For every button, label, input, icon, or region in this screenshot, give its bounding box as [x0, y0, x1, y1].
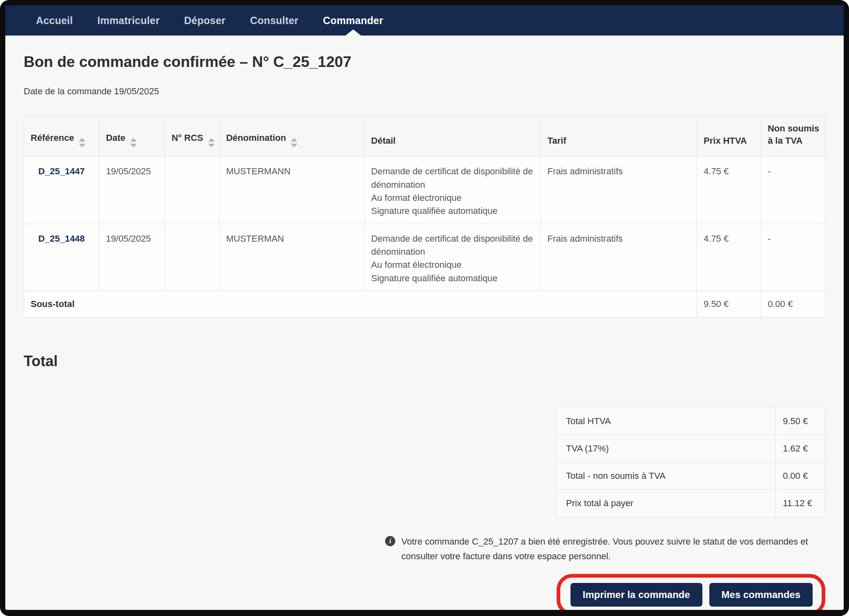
- subtotal-prix-htva: 9.50 €: [697, 291, 761, 318]
- subtotal-non-soumis: 0.00 €: [761, 291, 825, 318]
- confirmation-message-text: Votre commande C_25_1207 a bien été enre…: [401, 534, 825, 563]
- screenshot-frame: Accueil Immatriculer Déposer Consulter C…: [0, 0, 849, 616]
- totals-panel: Total HTVA 9.50 € TVA (17%) 1.62 € Total…: [556, 407, 825, 517]
- denomination-cell: MUSTERMAN: [219, 224, 364, 291]
- confirmation-message: Votre commande C_25_1207 a bien été enre…: [385, 534, 825, 563]
- active-tab-caret-icon: [345, 29, 361, 36]
- column-header-non-soumis: Non soumis à la TVA: [761, 116, 825, 157]
- date-cell: 19/05/2025: [99, 224, 165, 291]
- totals-row: Total - non soumis à TVA 0.00 €: [556, 463, 825, 490]
- totals-label: TVA (17%): [556, 435, 775, 462]
- reference-link[interactable]: D_25_1448: [38, 234, 85, 244]
- table-header-row: Référence Date N° RCS Dénomination Détai…: [24, 116, 825, 157]
- detail-line: Demande de certificat de disponibilité d…: [371, 232, 534, 259]
- print-order-button[interactable]: Imprimer la commande: [570, 583, 702, 607]
- my-orders-button[interactable]: Mes commandes: [709, 583, 813, 607]
- column-header-label: Date: [106, 133, 125, 143]
- order-lines-table: Référence Date N° RCS Dénomination Détai…: [24, 116, 825, 318]
- page-title: Bon de commande confirmée – N° C_25_1207: [24, 53, 825, 71]
- nav-item-accueil[interactable]: Accueil: [36, 5, 73, 36]
- tarif-cell: Frais administratifs: [541, 157, 697, 224]
- prix-htva-cell: 4.75 €: [697, 224, 761, 291]
- detail-line: Au format électronique: [371, 191, 534, 205]
- rcs-cell: [165, 157, 219, 224]
- nav-item-consulter[interactable]: Consulter: [250, 5, 298, 36]
- denomination-cell: MUSTERMANN: [219, 157, 364, 224]
- column-header-date[interactable]: Date: [99, 116, 165, 157]
- sort-icon[interactable]: [208, 138, 215, 147]
- info-icon: [385, 536, 395, 546]
- table-row: D_25_1447 19/05/2025 MUSTERMANN Demande …: [24, 157, 825, 224]
- detail-line: Au format électronique: [371, 258, 534, 271]
- totals-label: Total HTVA: [556, 408, 775, 435]
- rcs-cell: [165, 224, 219, 291]
- app-window: Accueil Immatriculer Déposer Consulter C…: [5, 5, 844, 610]
- detail-cell: Demande de certificat de disponibilité d…: [364, 224, 541, 291]
- detail-cell: Demande de certificat de disponibilité d…: [364, 157, 541, 224]
- table-row: D_25_1448 19/05/2025 MUSTERMAN Demande d…: [24, 224, 825, 291]
- sort-icon[interactable]: [79, 138, 85, 147]
- column-header-denomination[interactable]: Dénomination: [219, 116, 364, 157]
- column-header-label: Dénomination: [226, 133, 286, 143]
- totals-label: Prix total à payer: [556, 490, 775, 517]
- sort-icon[interactable]: [291, 138, 297, 147]
- column-header-reference[interactable]: Référence: [24, 116, 99, 157]
- column-header-rcs[interactable]: N° RCS: [165, 116, 219, 157]
- column-header-prix-htva: Prix HTVA: [697, 116, 761, 157]
- reference-link[interactable]: D_25_1447: [38, 166, 85, 176]
- totals-value: 9.50 €: [775, 408, 825, 435]
- totals-label: Total - non soumis à TVA: [556, 463, 775, 489]
- nav-item-commander[interactable]: Commander: [323, 5, 383, 36]
- totals-row: Total HTVA 9.50 €: [556, 408, 825, 435]
- totals-value: 1.62 €: [775, 435, 825, 462]
- main-content: Bon de commande confirmée – N° C_25_1207…: [5, 36, 844, 610]
- top-navigation: Accueil Immatriculer Déposer Consulter C…: [5, 5, 844, 36]
- reference-cell: D_25_1448: [24, 224, 99, 291]
- totals-value: 11.12 €: [775, 490, 825, 517]
- column-header-label: N° RCS: [172, 133, 203, 143]
- column-header-label: Référence: [31, 133, 74, 143]
- subtotal-row: Sous-total 9.50 € 0.00 €: [24, 291, 825, 318]
- non-soumis-cell: -: [761, 224, 825, 291]
- nav-item-immatriculer[interactable]: Immatriculer: [97, 5, 159, 36]
- column-header-detail: Détail: [364, 116, 541, 157]
- sort-icon[interactable]: [130, 138, 137, 147]
- detail-line: Signature qualifiée automatique: [371, 272, 534, 285]
- date-cell: 19/05/2025: [99, 157, 165, 224]
- prix-htva-cell: 4.75 €: [697, 157, 761, 224]
- nav-item-deposer[interactable]: Déposer: [184, 5, 225, 36]
- column-header-tarif: Tarif: [541, 116, 697, 157]
- non-soumis-cell: -: [761, 157, 825, 224]
- totals-row: TVA (17%) 1.62 €: [556, 435, 825, 463]
- totals-row: Prix total à payer 11.12 €: [556, 490, 825, 517]
- detail-line: Signature qualifiée automatique: [371, 205, 534, 218]
- tarif-cell: Frais administratifs: [541, 224, 697, 291]
- highlight-annotation: Imprimer la commande Mes commandes: [557, 574, 825, 610]
- totals-value: 0.00 €: [775, 463, 825, 489]
- nav-item-label: Commander: [323, 15, 383, 27]
- total-heading: Total: [24, 353, 825, 370]
- actions-row: Imprimer la commande Mes commandes: [24, 574, 825, 610]
- reference-cell: D_25_1447: [24, 157, 99, 224]
- order-date-text: Date de la commande 19/05/2025: [24, 86, 825, 97]
- detail-line: Demande de certificat de disponibilité d…: [371, 165, 534, 191]
- subtotal-label: Sous-total: [24, 291, 697, 318]
